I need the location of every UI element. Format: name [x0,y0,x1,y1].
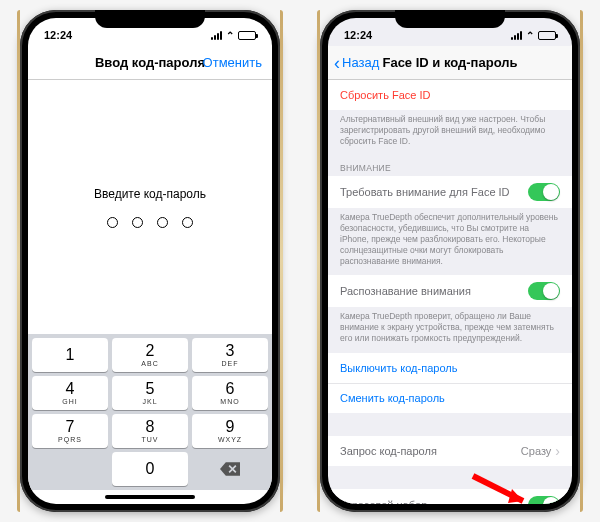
reset-footer: Альтернативный внешний вид уже настроен.… [328,110,572,155]
back-button[interactable]: ‹ Назад [334,54,379,72]
home-indicator[interactable] [28,490,272,504]
key-delete[interactable] [192,452,268,486]
screen-passcode: 12:24 ⌃ Ввод код-пароля Отменить Введите… [28,18,272,504]
signal-icon [511,31,522,40]
screen-settings: 12:24 ⌃ ‹ Назад Face ID и код-пароль Сбр… [328,18,572,504]
key-blank [32,452,108,486]
key-5[interactable]: 5JKL [112,376,188,410]
require-passcode-row[interactable]: Запрос код-пароля Сразу › [328,436,572,466]
passcode-area: Введите код-пароль [28,80,272,334]
attention-aware-footer: Камера TrueDepth проверит, обращено ли В… [328,307,572,352]
settings-list[interactable]: Сбросить Face ID Альтернативный внешний … [328,80,572,504]
key-9[interactable]: 9WXYZ [192,414,268,448]
number-keypad: 1 2ABC 3DEF 4GHI 5JKL 6MNO 7PQRS 8TUV 9W… [28,334,272,490]
require-attention-toggle[interactable] [528,183,560,201]
phone-right: 12:24 ⌃ ‹ Назад Face ID и код-пароль Сбр… [320,10,580,512]
nav-bar: ‹ Назад Face ID и код-пароль [328,46,572,80]
require-attention-footer: Камера TrueDepth обеспечит дополнительны… [328,208,572,275]
key-7[interactable]: 7PQRS [32,414,108,448]
voice-dial-row[interactable]: Голосовой набор [328,489,572,504]
notch [95,10,205,28]
key-2[interactable]: 2ABC [112,338,188,372]
attention-header: ВНИМАНИЕ [328,155,572,176]
turn-off-passcode-button[interactable]: Выключить код-пароль [328,353,572,383]
battery-icon [238,31,256,40]
attention-aware-row[interactable]: Распознавание внимания [328,275,572,307]
battery-icon [538,31,556,40]
reset-faceid-button[interactable]: Сбросить Face ID [328,80,572,110]
phone-left: 12:24 ⌃ Ввод код-пароля Отменить Введите… [20,10,280,512]
status-time: 12:24 [344,29,372,41]
attention-aware-toggle[interactable] [528,282,560,300]
cancel-button[interactable]: Отменить [203,55,262,70]
passcode-dots [107,217,193,228]
voice-dial-toggle[interactable] [528,496,560,504]
nav-title: Ввод код-пароля [95,55,205,70]
passcode-dot [132,217,143,228]
backspace-icon [220,462,240,476]
nav-title: Face ID и код-пароль [382,55,517,70]
key-4[interactable]: 4GHI [32,376,108,410]
require-attention-row[interactable]: Требовать внимание для Face ID [328,176,572,208]
passcode-dot [182,217,193,228]
notch [395,10,505,28]
signal-icon [211,31,222,40]
wifi-icon: ⌃ [526,30,534,41]
passcode-dot [107,217,118,228]
key-6[interactable]: 6MNO [192,376,268,410]
chevron-right-icon: › [555,443,560,459]
key-3[interactable]: 3DEF [192,338,268,372]
change-passcode-button[interactable]: Сменить код-пароль [328,383,572,413]
key-0[interactable]: 0 [112,452,188,486]
key-1[interactable]: 1 [32,338,108,372]
passcode-dot [157,217,168,228]
passcode-prompt: Введите код-пароль [94,187,206,201]
chevron-left-icon: ‹ [334,54,340,72]
status-time: 12:24 [44,29,72,41]
require-passcode-value: Сразу [521,445,551,457]
key-8[interactable]: 8TUV [112,414,188,448]
nav-bar: Ввод код-пароля Отменить [28,46,272,80]
wifi-icon: ⌃ [226,30,234,41]
